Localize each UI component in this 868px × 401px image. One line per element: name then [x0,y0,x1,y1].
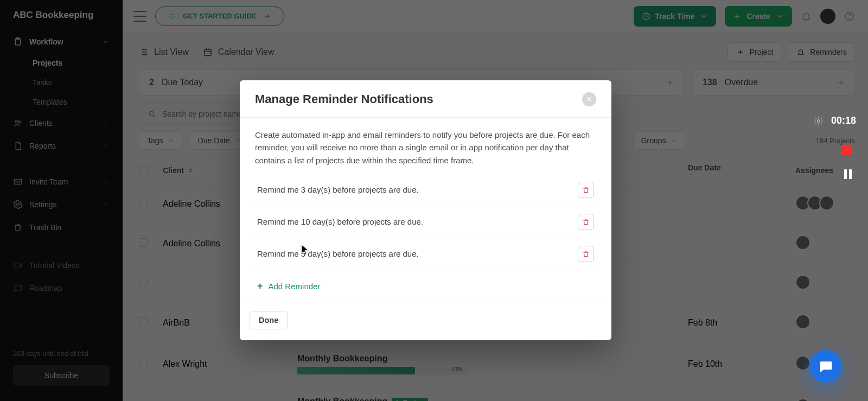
timer-widget: 00:18 [814,115,856,126]
delete-reminder-button[interactable] [578,214,594,230]
svg-point-12 [818,119,820,122]
record-indicator[interactable] [842,145,852,155]
plus-icon: + [257,279,263,294]
add-reminder-button[interactable]: + Add Reminder [255,270,596,300]
reminder-text: Remind me 10 day(s) before projects are … [257,215,423,228]
reminder-row: Remind me 10 day(s) before projects are … [255,206,596,238]
trash-icon [582,218,590,226]
reminder-row: Remind me 5 day(s) before projects are d… [255,238,596,270]
gear-icon[interactable] [814,116,824,126]
timer-value: 00:18 [831,115,856,126]
done-button[interactable]: Done [250,311,288,329]
add-label: Add Reminder [269,280,321,292]
reminder-text: Remind me 3 day(s) before projects are d… [257,183,419,196]
delete-reminder-button[interactable] [578,246,594,262]
modal-desc: Create automated in-app and email remind… [255,129,596,167]
reminder-text: Remind me 5 day(s) before projects are d… [257,247,419,260]
chat-fab[interactable] [809,350,842,383]
modal-header: Manage Reminder Notifications [240,80,611,118]
modal-body: Create automated in-app and email remind… [240,118,611,303]
modal-title: Manage Reminder Notifications [255,92,433,106]
reminder-list: Remind me 3 day(s) before projects are d… [255,174,596,270]
pause-button[interactable] [844,169,852,179]
delete-reminder-button[interactable] [578,182,594,198]
modal-footer: Done [240,303,611,340]
reminder-row: Remind me 3 day(s) before projects are d… [255,174,596,206]
chat-icon [818,358,834,374]
trash-icon [582,186,590,194]
trash-icon [582,250,590,258]
reminders-modal: Manage Reminder Notifications Create aut… [240,80,611,340]
close-icon [585,96,593,103]
close-button[interactable] [582,92,596,106]
